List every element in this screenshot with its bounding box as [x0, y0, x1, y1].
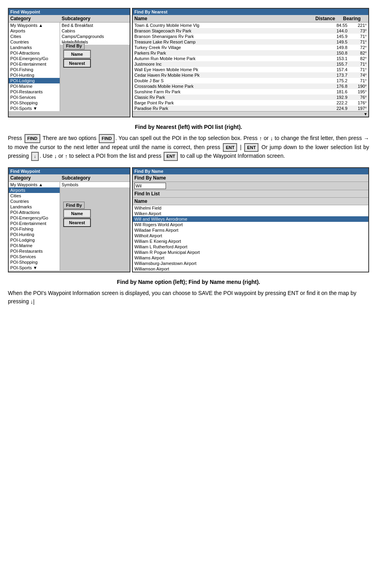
category-item-b[interactable]: Cities	[9, 193, 60, 199]
result-item[interactable]: Treasure Lake Rv Resort Camp149.571°	[133, 39, 368, 45]
category-item-b[interactable]: POI-Restaurants	[9, 248, 60, 254]
category-item-b[interactable]: POI-Marine	[9, 243, 60, 248]
result-item[interactable]: Parkers Rv Park150.882°	[133, 50, 368, 56]
enter-btn: ENT	[223, 143, 237, 152]
category-item-b[interactable]: POI-Fishing	[9, 226, 60, 232]
subcategory-item-b[interactable]: Symbols	[60, 182, 130, 187]
up-arrow: ↑	[259, 135, 262, 142]
bearing-col-header: Bearing	[343, 16, 367, 21]
name-search-input[interactable]	[134, 183, 166, 189]
ent-btn3: ENT	[164, 152, 178, 161]
result-item[interactable]: Turkey Creek Rv Village149.872°	[133, 45, 368, 50]
category-item[interactable]: Airports	[9, 28, 60, 34]
result-item[interactable]: Autumn Run Mobile Home Park153.182°	[133, 56, 368, 61]
name-result-item[interactable]: Williamsburg-Jamestown Airport	[133, 261, 368, 266]
category-item-b[interactable]: POI-Shopping	[9, 259, 60, 265]
category-item-airports[interactable]: Airports	[9, 187, 60, 193]
category-item[interactable]: POI-Entertainment	[9, 61, 60, 67]
subcategory-header-bottom: Subcategory	[62, 175, 128, 181]
subcategory-area-bottom: Symbols Find By Name Nearest	[60, 182, 130, 270]
category-item[interactable]: My Waypoints ▲	[9, 23, 60, 28]
name-col-header: Name	[134, 16, 315, 21]
category-item-b[interactable]: Countries	[9, 199, 60, 204]
name-button-bottom[interactable]: Name	[63, 209, 91, 218]
find-by-nearest-panel: Find By Nearest Name Distance Bearing To…	[132, 8, 369, 117]
subcategory-item[interactable]: Camps/Campgrounds	[60, 34, 130, 39]
right-arrow: →	[364, 135, 369, 142]
nearest-button-top[interactable]: Nearest	[63, 59, 91, 68]
result-item[interactable]: Barge Point Rv Park222.2176°	[133, 100, 368, 106]
results-header: Name Distance Bearing	[133, 15, 368, 23]
name-result-item[interactable]: William L Rutherford Airport	[133, 244, 368, 250]
category-item[interactable]: POI-Services	[9, 95, 60, 100]
name-result-item[interactable]: Wilken Airport	[133, 211, 368, 216]
category-item-b[interactable]: POI-Entertainment	[9, 221, 60, 226]
result-item[interactable]: Paradise Rv Park224.9197°	[133, 106, 368, 111]
subcategory-list-bottom: Symbols	[60, 182, 130, 187]
down-pipe-arrow: ↓|	[30, 298, 35, 304]
subcategory-list-top: Bed & Breakfast Cabins Camps/Campgrounds…	[60, 23, 130, 45]
name-button-top[interactable]: Name	[63, 50, 91, 59]
panel-list-top: My Waypoints ▲ Airports Cities Countries…	[9, 23, 130, 111]
distance-col-header: Distance	[315, 16, 343, 21]
subcategory-item[interactable]: Bed & Breakfast	[60, 23, 130, 28]
name-result-item[interactable]: Williams Airport	[133, 255, 368, 261]
enter-btn2: ENT	[244, 143, 258, 152]
name-result-item-selected[interactable]: Will and Willeys Aerodrome	[133, 216, 368, 222]
result-item[interactable]: Sunshine Farm Rv Park181.6195°	[133, 89, 368, 95]
name-result-item[interactable]: Williamson Airport	[133, 266, 368, 272]
name-result-item[interactable]: Willadae Farms Airport	[133, 227, 368, 233]
category-item[interactable]: POI-Sports ▼	[9, 106, 60, 111]
save-btn: SAVE	[198, 290, 213, 296]
result-item[interactable]: Cedar Haven Rv Mobile Home Pk173.774°	[133, 72, 368, 78]
name-result-item[interactable]: William R Pogue Municipal Airport	[133, 250, 368, 255]
category-item-b[interactable]: POI-Services	[9, 254, 60, 259]
category-header: Category	[10, 16, 62, 21]
category-item[interactable]: POI-Attractions	[9, 50, 60, 56]
category-item-b[interactable]: POI-Sports ▼	[9, 265, 60, 270]
find-by-overlay-bottom: Find By Name Nearest	[63, 202, 91, 227]
category-item[interactable]: POI-Marine	[9, 83, 60, 89]
name-result-item[interactable]: Will Rogers World Airport	[133, 222, 368, 227]
category-item[interactable]: POI-Hunting	[9, 72, 60, 78]
result-item[interactable]: Double J Bar S175.271°	[133, 78, 368, 83]
category-item[interactable]: Landmarks	[9, 45, 60, 50]
name-result-item[interactable]: William E Koenig Airport	[133, 238, 368, 244]
name-result-item[interactable]: Willhoit Airport	[133, 233, 368, 238]
result-item[interactable]: Classic Rv Park192.976°	[133, 95, 368, 100]
name-result-item[interactable]: Wilhelmi Field	[133, 205, 368, 211]
category-item[interactable]: POI-Emergency/Go	[9, 56, 60, 61]
category-item-b[interactable]: POI-Hunting	[9, 232, 60, 237]
find-by-label: Find By	[63, 42, 85, 49]
subcategory-item[interactable]: Cabins	[60, 28, 130, 34]
body-paragraph-1: Press FIND There are two options FIND. Y…	[8, 134, 369, 161]
result-item[interactable]: Justmoore Inc155.771°	[133, 61, 368, 67]
category-item-b[interactable]: My Waypoints ▲	[9, 182, 60, 187]
category-item[interactable]: POI-Shopping	[9, 100, 60, 106]
category-item-b[interactable]: POI-Lodging	[9, 237, 60, 243]
category-item-lodging[interactable]: POI-Lodging	[9, 78, 60, 83]
up-arrow2: ↑	[65, 153, 68, 159]
category-header-bottom: Category	[10, 175, 62, 181]
ent-btn4: ENT	[288, 290, 299, 296]
find-by-name-input-section	[133, 182, 368, 190]
result-item[interactable]: Town & Country Mobile Home Vlg84.55221°	[133, 23, 368, 28]
result-item[interactable]: Branson Shenanigans Rv Park145.971°	[133, 34, 368, 39]
find-waypoint-panel-top: Find Waypoint Category Subcategory My Wa…	[8, 8, 130, 117]
category-item[interactable]: Countries	[9, 39, 60, 45]
category-item-b[interactable]: Landmarks	[9, 204, 60, 210]
category-item-b[interactable]: POI-Emergency/Go	[9, 215, 60, 221]
category-item-b[interactable]: POI-Attractions	[9, 210, 60, 215]
result-item[interactable]: Wall Eye Haven Mobile Home Pk157.471°	[133, 67, 368, 72]
nearest-results-list: Town & Country Mobile Home Vlg84.55221° …	[133, 23, 368, 111]
category-list-top: My Waypoints ▲ Airports Cities Countries…	[9, 23, 60, 111]
scroll-indicator: ▼	[133, 111, 368, 117]
category-item[interactable]: POI-Restaurants	[9, 89, 60, 95]
category-item[interactable]: Cities	[9, 34, 60, 39]
nearest-button-bottom[interactable]: Nearest	[63, 218, 91, 227]
result-item[interactable]: Crossroads Mobile Home Park176.8190°	[133, 83, 368, 89]
result-item[interactable]: Branson Stagecoach Rv Park144.073°	[133, 28, 368, 34]
down-arrow2: ↓	[54, 153, 57, 159]
down-arrow: ↓	[270, 135, 273, 142]
category-item[interactable]: POI-Fishing	[9, 67, 60, 72]
